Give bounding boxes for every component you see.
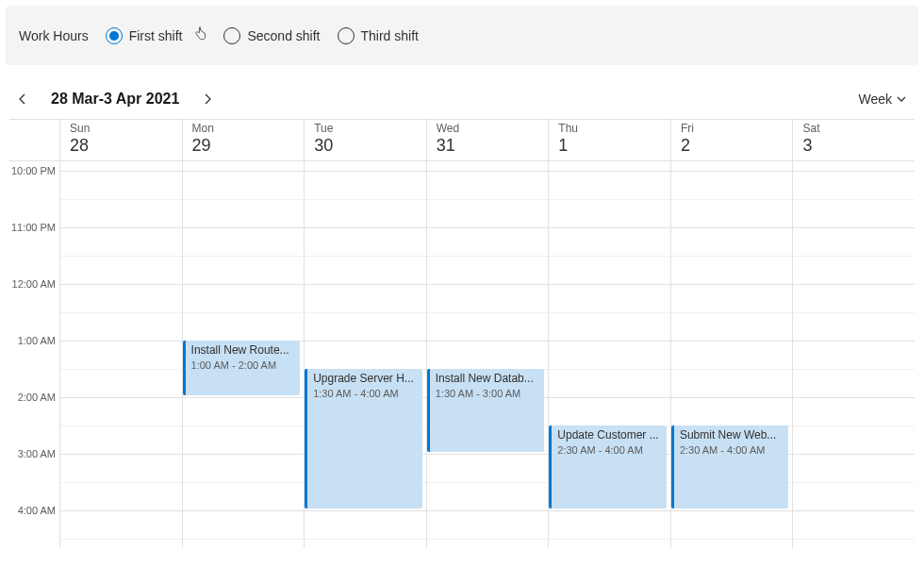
prev-week-button[interactable] (9, 86, 36, 112)
day-name: Sat (802, 123, 915, 135)
day-col-sun[interactable] (60, 161, 183, 548)
view-label: Week (858, 92, 892, 107)
calendar-event[interactable]: Upgrade Server H...1:30 AM - 4:00 AM (305, 369, 422, 509)
day-name: Tue (314, 123, 426, 135)
event-title: Update Customer ... (557, 428, 661, 443)
calendar-event[interactable]: Submit New Web...2:30 AM - 4:00 AM (671, 425, 789, 509)
time-label: 4:00 AM (9, 505, 56, 516)
radio-first-shift[interactable]: First shift (106, 27, 183, 44)
event-time: 2:30 AM - 4:00 AM (557, 443, 661, 457)
day-col-tue[interactable]: Upgrade Server H...1:30 AM - 4:00 AM (305, 161, 427, 548)
day-header-wed[interactable]: Wed 31 (427, 120, 550, 160)
time-gutter: 10:00 PM11:00 PM12:00 AM1:00 AM2:00 AM3:… (9, 161, 60, 548)
day-name: Thu (558, 123, 670, 135)
time-label: 3:00 AM (9, 448, 56, 459)
radio-circle-icon (338, 27, 355, 44)
pointer-cursor-icon (193, 26, 206, 44)
day-number: 31 (437, 135, 549, 157)
event-title: Install New Route... (191, 343, 295, 359)
time-label: 10:00 PM (9, 165, 56, 176)
event-time: 1:00 AM - 2:00 AM (191, 359, 295, 372)
day-col-fri[interactable]: Submit New Web...2:30 AM - 4:00 AM (671, 161, 794, 548)
day-number: 29 (192, 135, 305, 157)
day-number: 2 (681, 135, 793, 157)
event-time: 1:30 AM - 3:00 AM (436, 387, 539, 400)
day-header-fri[interactable]: Fri 2 (671, 120, 794, 160)
day-headers: Sun 28 Mon 29 Tue 30 Wed 31 Thu 1 Fri 2 … (9, 120, 915, 161)
radio-second-shift[interactable]: Second shift (223, 27, 320, 44)
time-label: 1:00 AM (9, 335, 56, 346)
day-header-tue[interactable]: Tue 30 (305, 120, 427, 160)
day-header-mon[interactable]: Mon 29 (183, 120, 305, 160)
event-title: Upgrade Server H... (313, 372, 417, 387)
event-title: Submit New Web... (680, 428, 784, 443)
day-number: 28 (70, 135, 182, 157)
work-hours-bar: Work Hours First shift Second shift Thir… (6, 6, 918, 65)
calendar-event[interactable]: Update Customer ...2:30 AM - 4:00 AM (549, 425, 667, 509)
toolbar-left: 28 Mar-3 Apr 2021 (9, 86, 221, 112)
day-number: 1 (558, 135, 670, 157)
day-col-mon[interactable]: Install New Route...1:00 AM - 2:00 AM (183, 161, 305, 548)
day-header-sun[interactable]: Sun 28 (60, 120, 183, 160)
radio-label: Third shift (361, 28, 419, 43)
day-col-wed[interactable]: Install New Datab...1:30 AM - 3:00 AM (427, 161, 550, 548)
day-columns: Install New Route...1:00 AM - 2:00 AM Up… (60, 161, 915, 548)
day-number: 3 (802, 135, 915, 157)
radio-third-shift[interactable]: Third shift (338, 27, 419, 44)
day-col-sat[interactable] (793, 161, 915, 548)
day-name: Sun (70, 123, 182, 135)
time-label: 12:00 AM (9, 278, 56, 290)
chevron-right-icon (202, 93, 213, 105)
view-selector[interactable]: Week (858, 92, 915, 107)
time-label: 2:00 AM (9, 392, 56, 403)
chevron-down-icon (896, 93, 907, 105)
work-hours-label: Work Hours (19, 28, 89, 43)
day-name: Fri (681, 123, 793, 135)
day-name: Wed (437, 123, 549, 135)
event-time: 1:30 AM - 4:00 AM (313, 387, 417, 400)
next-week-button[interactable] (194, 86, 221, 112)
radio-circle-icon (223, 27, 240, 44)
chevron-left-icon (17, 93, 28, 105)
calendar-event[interactable]: Install New Datab...1:30 AM - 3:00 AM (427, 369, 545, 452)
event-title: Install New Datab... (436, 372, 539, 387)
date-range-label[interactable]: 28 Mar-3 Apr 2021 (51, 91, 179, 108)
day-col-thu[interactable]: Update Customer ...2:30 AM - 4:00 AM (549, 161, 671, 548)
event-time: 2:30 AM - 4:00 AM (680, 443, 784, 457)
calendar-grid[interactable]: 10:00 PM11:00 PM12:00 AM1:00 AM2:00 AM3:… (9, 161, 915, 548)
radio-circle-icon (106, 27, 123, 44)
work-hours-radio-group: First shift Second shift Third shift (106, 26, 419, 44)
day-header-sat[interactable]: Sat 3 (793, 120, 915, 160)
day-number: 30 (314, 135, 426, 157)
day-header-thu[interactable]: Thu 1 (549, 120, 671, 160)
time-gutter-header (9, 120, 60, 160)
calendar-toolbar: 28 Mar-3 Apr 2021 Week (9, 78, 915, 120)
radio-label: First shift (129, 28, 183, 43)
day-name: Mon (192, 123, 305, 135)
radio-label: Second shift (247, 28, 320, 43)
calendar-event[interactable]: Install New Route...1:00 AM - 2:00 AM (183, 341, 301, 395)
time-label: 11:00 PM (9, 222, 56, 233)
